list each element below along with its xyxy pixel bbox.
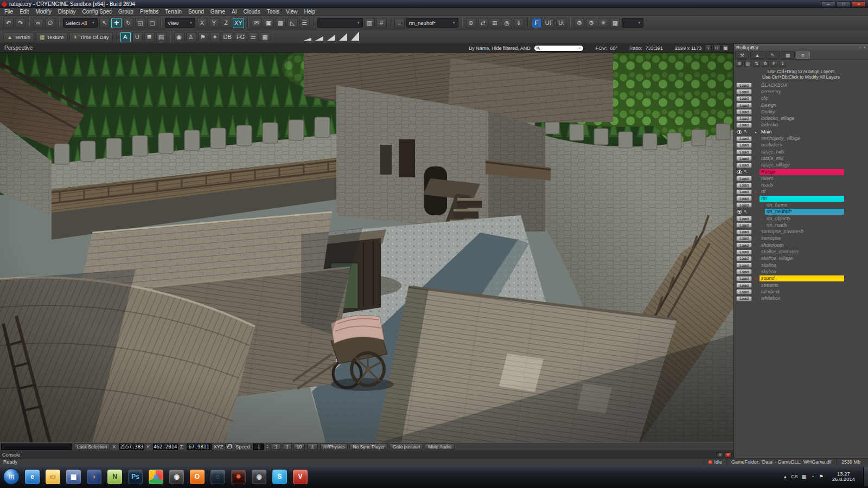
rows-icon[interactable]: ▤ — [156, 32, 167, 42]
layer-load-button[interactable]: Load — [736, 183, 752, 188]
layer-row[interactable]: Load ↖ rataje_hills — [734, 149, 868, 155]
layer-row[interactable]: Load ↖ samopse — [734, 235, 868, 242]
speed-01-button[interactable]: .1 — [271, 444, 281, 450]
layer-name[interactable]: ladecko_village — [760, 115, 844, 121]
layer-load-button[interactable]: Load — [736, 176, 752, 181]
no-sync-player-button[interactable]: No Sync Player — [349, 444, 388, 450]
layer-load-button[interactable]: Load — [736, 202, 752, 208]
ai-physics-button[interactable]: AI/Physics — [320, 444, 348, 450]
clear-search-icon[interactable]: × — [578, 46, 581, 50]
axis-xy-button[interactable]: XY — [233, 18, 244, 28]
selection-mask-dropdown[interactable]: ▼ — [317, 18, 363, 28]
layer-row[interactable]: Load ↖ streams — [734, 282, 868, 288]
layer-load-button[interactable]: Load — [736, 89, 752, 94]
menu-item[interactable]: Prefabs — [137, 8, 162, 15]
info-button[interactable]: i — [705, 44, 712, 52]
physics-sphere-icon[interactable]: ◉ — [174, 32, 184, 42]
select-icon[interactable]: ↖ — [99, 18, 110, 28]
layer-name[interactable]: occluders — [760, 142, 844, 148]
gears-icon[interactable]: ⚙ — [586, 18, 596, 28]
stack-icon[interactable]: ≣ — [144, 32, 155, 42]
snowflake-icon[interactable]: ✶ — [210, 32, 220, 42]
photoshop-icon[interactable]: Ps — [128, 470, 143, 484]
layer-row[interactable]: Load ↖ rivers — [734, 175, 868, 182]
speed-10-button[interactable]: 10 — [293, 444, 305, 450]
undo-icon[interactable]: ↶ — [3, 18, 14, 28]
layer-row[interactable]: Load ↖ samopse_navmesh — [734, 229, 868, 235]
scale-icon[interactable]: ◱ — [135, 18, 145, 28]
layer-load-button[interactable]: Load — [736, 163, 752, 168]
layer-name[interactable]: talmberk — [760, 289, 844, 295]
layer-name[interactable]: skalice_openvers — [760, 249, 844, 255]
speed-field[interactable]: 1 — [253, 444, 264, 450]
layer-load-button[interactable]: Load — [736, 276, 752, 281]
y-coordinate-field[interactable]: 462.2014 — [153, 444, 178, 450]
vlc-icon[interactable]: V — [293, 470, 308, 484]
layer-row[interactable]: Load ↖ skybox — [734, 268, 868, 275]
layer-load-button[interactable]: Load — [736, 136, 752, 142]
layer-name[interactable]: roads — [760, 182, 844, 188]
folder-icon[interactable]: ▤ — [744, 61, 751, 67]
slope-icon[interactable] — [327, 35, 335, 41]
camera-icon[interactable]: ▣ — [264, 18, 274, 28]
layer-row[interactable]: Load ↖ ladecko_village — [734, 115, 868, 121]
notepad-icon[interactable]: N — [107, 470, 122, 484]
tab-terrain[interactable]: ▲ — [750, 52, 764, 59]
layer-name[interactable]: rtn — [760, 196, 844, 202]
layer-load-button[interactable]: Load — [736, 229, 752, 235]
new-layer-icon[interactable]: ⊞ — [736, 61, 743, 67]
tab-objects[interactable]: ⚒ — [735, 52, 749, 59]
speed-stepper[interactable]: ▲▼ — [266, 445, 269, 449]
origin-icon[interactable]: O — [190, 470, 205, 484]
layer-row[interactable]: Load ↖ – rtn_objects — [734, 215, 868, 222]
menu-item[interactable]: Edit — [16, 8, 32, 15]
layer-name[interactable]: samopse_navmesh — [760, 229, 844, 235]
layer-load-button[interactable]: Load — [736, 143, 752, 148]
explorer-folder-icon[interactable]: ▭ — [46, 470, 60, 484]
database-view-button[interactable]: DB — [222, 32, 233, 42]
grid-icon[interactable]: ▦ — [276, 18, 286, 28]
layer-load-button[interactable]: Load — [736, 256, 752, 261]
taskbar-clock[interactable]: 13:27 26.8.2014 — [828, 471, 859, 482]
layers-icon[interactable]: ≡ — [394, 18, 405, 28]
resolution-value[interactable]: 2199 x 1173 — [675, 46, 701, 51]
layer-row[interactable]: Load ↖ – rtn_farms — [734, 202, 868, 208]
layer-load-button[interactable]: Load — [736, 196, 752, 201]
fov-value[interactable]: 60° — [610, 46, 617, 51]
sandbox-icon[interactable]: ✸ — [231, 470, 246, 484]
visibility-eye-icon[interactable] — [737, 130, 742, 134]
internet-explorer-icon[interactable]: e — [25, 470, 40, 484]
link-icon[interactable]: ∞ — [33, 18, 43, 28]
active-layer-dropdown[interactable]: rtn_neuhof*▼ — [406, 18, 458, 28]
skype-icon[interactable]: S — [272, 470, 287, 484]
layer-row[interactable]: Load ↖ rataje_village — [734, 162, 868, 169]
visibility-eye-icon[interactable] — [737, 210, 742, 214]
x-coordinate-field[interactable]: 2557.383 — [119, 444, 144, 450]
layer-name[interactable]: rtf — [760, 189, 844, 195]
menu-item[interactable]: Clouds — [240, 8, 264, 15]
tray-app-icon[interactable]: ▦ — [801, 474, 807, 479]
layer-row[interactable]: Load ↖ ▼ rtn — [734, 195, 868, 202]
layer-row[interactable]: Load ↖ Design — [734, 102, 868, 108]
file-manager-icon[interactable]: ▦ — [66, 470, 81, 484]
goto-position-button[interactable]: Goto position — [390, 444, 423, 450]
layer-row[interactable]: Load ↖ whitebox — [734, 296, 868, 302]
z-coordinate-field[interactable]: 67.9811 — [187, 444, 212, 450]
console-menu-icon[interactable]: ≡ — [717, 452, 723, 458]
slope-icon[interactable] — [351, 31, 359, 41]
layer-row[interactable]: Load ↖ talmberk — [734, 288, 868, 295]
move-icon[interactable]: ✚ — [111, 18, 122, 28]
unlink-icon[interactable]: ∅ — [45, 18, 55, 28]
asterisk-icon[interactable]: ✳ — [598, 18, 608, 28]
layer-row[interactable]: Load ↖ ladecko — [734, 122, 868, 129]
facial-editor-icon[interactable]: F — [532, 18, 542, 28]
layer-load-button[interactable]: Load — [736, 216, 752, 221]
layer-row[interactable]: Load ↖ – rtn_roads — [734, 222, 868, 228]
layer-load-button[interactable]: Load — [736, 236, 752, 241]
layer-load-button[interactable]: Load — [736, 282, 752, 288]
layer-name[interactable]: Rataje — [760, 169, 844, 175]
select-area-icon[interactable]: ▢ — [147, 18, 157, 28]
menu-item[interactable]: Terrain — [162, 8, 185, 15]
gear-icon[interactable]: ⚙ — [574, 18, 584, 28]
visibility-eye-icon[interactable] — [737, 170, 742, 174]
